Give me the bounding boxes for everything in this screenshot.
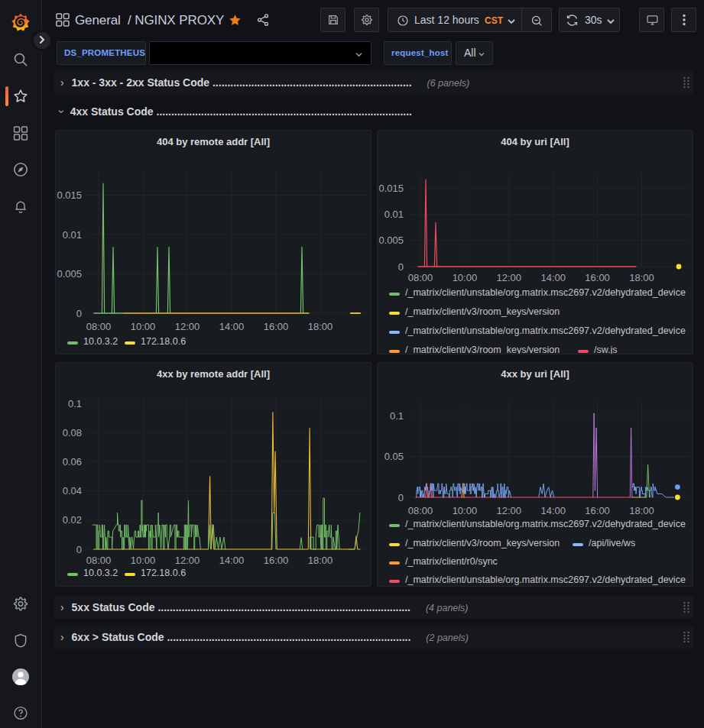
svg-text:14:00: 14:00 [219, 555, 245, 566]
svg-text:0.01: 0.01 [384, 209, 404, 220]
svg-text:0.04: 0.04 [63, 485, 82, 497]
svg-text:08:00: 08:00 [408, 505, 433, 516]
svg-text:0: 0 [398, 492, 404, 503]
svg-text:0.02: 0.02 [63, 514, 82, 526]
svg-text:16:00: 16:00 [585, 505, 610, 516]
svg-text:0.06: 0.06 [63, 456, 82, 468]
svg-text:0.05: 0.05 [384, 451, 404, 462]
svg-text:12:00: 12:00 [497, 505, 522, 516]
svg-text:08:00: 08:00 [408, 272, 433, 283]
svg-text:12:00: 12:00 [497, 272, 522, 283]
svg-text:0.005: 0.005 [378, 235, 404, 246]
svg-text:0.08: 0.08 [63, 427, 82, 438]
svg-text:14:00: 14:00 [219, 321, 245, 332]
svg-text:0.01: 0.01 [63, 229, 82, 241]
svg-text:0.015: 0.015 [378, 183, 404, 194]
svg-text:16:00: 16:00 [585, 272, 610, 283]
svg-text:10:00: 10:00 [131, 555, 156, 566]
svg-text:0: 0 [76, 544, 82, 555]
svg-text:12:00: 12:00 [175, 555, 200, 566]
svg-text:18:00: 18:00 [629, 272, 654, 283]
svg-text:0.005: 0.005 [57, 268, 82, 280]
svg-text:0.1: 0.1 [68, 398, 82, 409]
svg-text:16:00: 16:00 [264, 555, 289, 566]
svg-text:18:00: 18:00 [308, 321, 333, 332]
svg-text:0: 0 [398, 261, 404, 273]
svg-text:08:00: 08:00 [86, 321, 112, 332]
svg-text:16:00: 16:00 [264, 321, 289, 332]
svg-text:10:00: 10:00 [453, 272, 478, 283]
svg-text:10:00: 10:00 [131, 321, 156, 332]
svg-text:14:00: 14:00 [540, 505, 566, 516]
svg-text:12:00: 12:00 [175, 321, 200, 332]
svg-text:14:00: 14:00 [540, 272, 566, 283]
svg-text:10:00: 10:00 [453, 505, 478, 516]
svg-text:0.015: 0.015 [57, 189, 82, 201]
svg-text:0.1: 0.1 [390, 410, 404, 422]
svg-text:18:00: 18:00 [308, 555, 333, 566]
svg-text:08:00: 08:00 [86, 555, 112, 566]
svg-text:18:00: 18:00 [629, 505, 654, 516]
svg-text:0: 0 [76, 308, 82, 319]
